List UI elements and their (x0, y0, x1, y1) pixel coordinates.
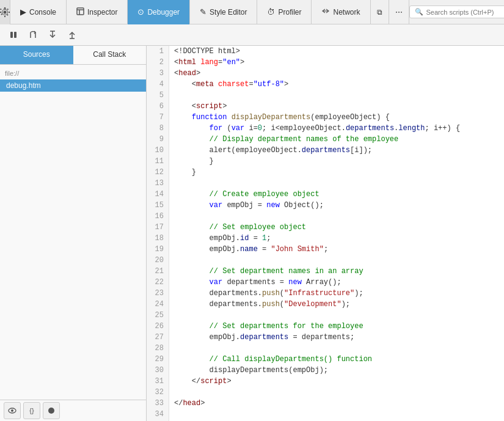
pause-button[interactable] (5, 26, 22, 43)
code-line: empObj.name = "John Smith"; (174, 244, 499, 255)
style-editor-icon: ✎ (200, 7, 206, 16)
line-number: 22 (152, 277, 164, 288)
line-number: 4 (152, 79, 164, 90)
code-line: departments.push("Infrastructure"); (174, 288, 499, 299)
line-number: 12 (152, 167, 164, 178)
network-icon (321, 7, 330, 16)
tab-style-editor[interactable]: ✎ Style Editor (190, 0, 257, 24)
code-line: <script> (174, 101, 499, 112)
line-number: 9 (152, 134, 164, 145)
code-line (174, 343, 499, 354)
search-input[interactable] (426, 9, 505, 16)
code-line: for (var i=0; i<employeeObject.departmen… (174, 123, 499, 134)
line-number: 19 (152, 244, 164, 255)
line-number: 16 (152, 211, 164, 222)
line-number: 13 (152, 178, 164, 189)
code-line: } (174, 167, 499, 178)
debugger-icon: ⊙ (137, 7, 144, 16)
code-line: </head> (174, 398, 499, 409)
sidebar-file-tree: file:// debug.htm (0, 65, 146, 400)
line-number: 25 (152, 310, 164, 321)
code-line: function displayDepartments(employeeObje… (174, 112, 499, 123)
code-line: // Call displayDepartments() function (174, 354, 499, 365)
code-line: // Display department names of the emplo… (174, 134, 499, 145)
code-line: } (174, 156, 499, 167)
blackbox-button[interactable] (43, 402, 60, 419)
code-content: <!DOCTYPE html><html lang="en"><head> <m… (169, 46, 504, 421)
eye-button[interactable] (4, 402, 21, 419)
code-line: <head> (174, 68, 499, 79)
sidebar-tabs: Sources Call Stack (0, 46, 146, 65)
line-number: 21 (152, 266, 164, 277)
sidebar-bottom-toolbar: {} (0, 400, 146, 421)
sidebar: Sources Call Stack file:// debug.htm (0, 46, 147, 421)
code-line: alert(employeeObject.departments[i]); (174, 145, 499, 156)
step-out-button[interactable] (64, 26, 81, 43)
sidebar-file-root: file:// (0, 67, 146, 79)
tab-network[interactable]: Network (312, 0, 370, 24)
code-line: </script> (174, 376, 499, 387)
code-line: empObj.departments = departments; (174, 332, 499, 343)
inspector-icon (76, 7, 84, 17)
code-line (174, 310, 499, 321)
code-line: // Set employee object (174, 222, 499, 233)
svg-rect-4 (10, 32, 13, 38)
code-line: <meta charset="utf-8"> (174, 79, 499, 90)
extra1-icon: ⧉ (377, 8, 382, 16)
line-number: 27 (152, 332, 164, 343)
line-number: 3 (152, 68, 164, 79)
search-scripts-box[interactable]: 🔍 (409, 5, 505, 18)
line-number: 17 (152, 222, 164, 233)
search-icon: 🔍 (415, 8, 423, 16)
line-number: 10 (152, 145, 164, 156)
code-line (174, 211, 499, 222)
pretty-print-button[interactable]: {} (23, 402, 40, 419)
sidebar-tab-call-stack[interactable]: Call Stack (73, 46, 147, 64)
line-number: 5 (152, 90, 164, 101)
sidebar-item-debug-htm[interactable]: debug.htm (0, 79, 146, 92)
tab-debugger[interactable]: ⊙ Debugger (128, 0, 190, 24)
tab-profiler[interactable]: ⏱ Profiler (257, 0, 312, 24)
line-number: 32 (152, 387, 164, 398)
tab-inspector[interactable]: Inspector (67, 0, 128, 24)
code-line: var empObj = new Object(); (174, 200, 499, 211)
code-line: departments.push("Development"); (174, 299, 499, 310)
profiler-icon: ⏱ (267, 7, 275, 16)
line-number: 18 (152, 233, 164, 244)
code-line (174, 90, 499, 101)
sidebar-tab-sources[interactable]: Sources (0, 46, 73, 64)
code-line (174, 387, 499, 398)
code-line: var departments = new Array(); (174, 277, 499, 288)
line-number: 15 (152, 200, 164, 211)
line-numbers: 1234567891011121314151617181920212223242… (147, 46, 169, 421)
code-line: empObj.id = 1; (174, 233, 499, 244)
settings-icon[interactable] (0, 0, 10, 24)
svg-rect-5 (14, 32, 16, 38)
top-toolbar: ▶ Console Inspector ⊙ Debugger ✎ Style E… (0, 0, 504, 24)
extra2-icon: ⋯ (395, 8, 403, 16)
line-number: 24 (152, 299, 164, 310)
line-number: 34 (152, 409, 164, 420)
code-line: displayDepartments(empObj); (174, 365, 499, 376)
svg-point-14 (48, 408, 54, 414)
tab-console[interactable]: ▶ Console (10, 0, 67, 24)
tab-extra2[interactable]: ⋯ (389, 0, 409, 24)
line-number: 6 (152, 101, 164, 112)
code-line: // Create employee object (174, 189, 499, 200)
step-over-button[interactable] (24, 26, 42, 43)
line-number: 31 (152, 376, 164, 387)
tab-extra1[interactable]: ⧉ (371, 0, 389, 24)
code-line (174, 409, 499, 420)
svg-rect-0 (77, 8, 84, 15)
code-editor[interactable]: 1234567891011121314151617181920212223242… (147, 46, 504, 421)
line-number: 14 (152, 189, 164, 200)
line-number: 20 (152, 255, 164, 266)
code-line (174, 255, 499, 266)
step-into-button[interactable] (44, 26, 61, 43)
code-line: <!DOCTYPE html> (174, 46, 499, 57)
line-number: 26 (152, 321, 164, 332)
line-number: 7 (152, 112, 164, 123)
line-number: 28 (152, 343, 164, 354)
line-number: 8 (152, 123, 164, 134)
code-line: // Set departments for the employee (174, 321, 499, 332)
